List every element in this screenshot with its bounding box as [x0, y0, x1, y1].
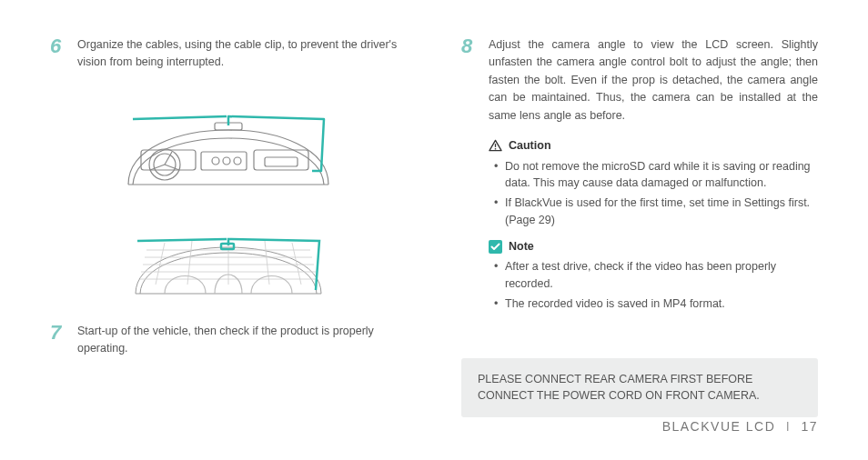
figures: [50, 85, 407, 305]
figure-rear-view: [110, 214, 347, 305]
right-column: 8 Adjust the camera angle to view the LC…: [461, 36, 818, 417]
svg-line-20: [156, 243, 165, 285]
footer-page: 17: [801, 419, 818, 434]
svg-line-24: [292, 243, 301, 285]
svg-rect-2: [201, 152, 247, 170]
svg-line-10: [150, 165, 165, 170]
svg-point-4: [223, 157, 230, 165]
footer-brand: BLACKVUE LCD: [662, 419, 776, 434]
caution-block: Caution Do not remove the microSD card w…: [489, 137, 818, 313]
svg-point-27: [495, 148, 497, 150]
step-text: Adjust the camera angle to view the LCD …: [489, 36, 818, 125]
notice-box: PLEASE CONNECT REAR CAMERA FIRST BEFORE …: [461, 358, 818, 418]
note-item: The recorded video is saved in MP4 forma…: [494, 295, 818, 313]
svg-line-11: [165, 165, 179, 170]
svg-point-3: [212, 157, 219, 165]
check-icon: [489, 240, 502, 254]
svg-line-21: [187, 241, 192, 285]
svg-rect-13: [265, 157, 298, 166]
step-text: Start-up of the vehicle, then check if t…: [77, 323, 407, 358]
caution-title: Caution: [509, 137, 551, 155]
note-heading: Note: [489, 238, 818, 255]
caution-item: Do not remove the microSD card while it …: [494, 158, 818, 193]
step-7: 7 Start-up of the vehicle, then check if…: [50, 323, 407, 358]
svg-rect-25: [221, 244, 234, 249]
left-column: 6 Organize the cables, using the cable c…: [50, 36, 407, 417]
step-6: 6 Organize the cables, using the cable c…: [50, 36, 407, 72]
caution-list: Do not remove the microSD card while it …: [489, 158, 818, 229]
note-list: After a test drive, check if the video h…: [489, 258, 818, 312]
caution-icon: [489, 139, 502, 152]
caution-item: If BlackVue is used for the first time, …: [494, 195, 818, 229]
svg-line-23: [265, 241, 269, 285]
step-number: 6: [50, 36, 68, 72]
step-text: Organize the cables, using the cable cli…: [77, 36, 407, 72]
figure-front-interior: [110, 85, 347, 203]
page-footer: BLACKVUE LCD I 17: [662, 417, 818, 436]
svg-point-5: [234, 157, 241, 165]
caution-heading: Caution: [489, 137, 818, 155]
step-number: 7: [50, 323, 68, 358]
note-item: After a test drive, check if the video h…: [494, 258, 818, 293]
note-title: Note: [509, 238, 534, 255]
footer-separator: I: [786, 419, 791, 434]
step-8: 8 Adjust the camera angle to view the LC…: [461, 36, 818, 125]
step-number: 8: [461, 36, 479, 125]
